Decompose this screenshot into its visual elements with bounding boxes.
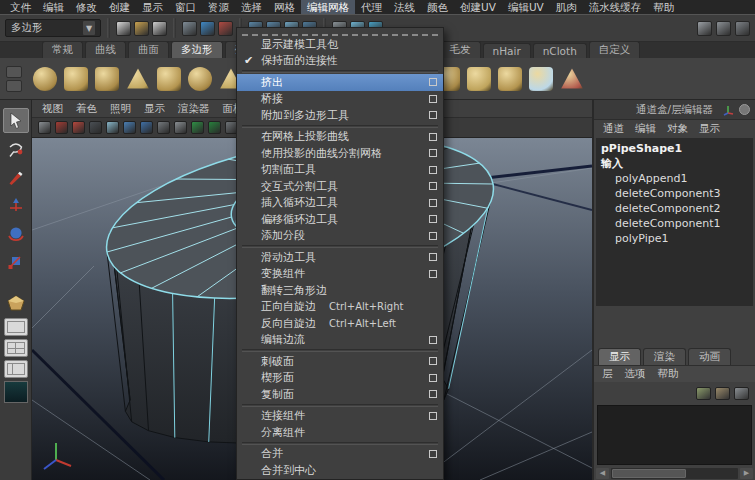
menubar-item-8[interactable]: 网格	[268, 0, 301, 14]
menu-item-17[interactable]: 编辑边流	[237, 332, 443, 349]
option-box-icon[interactable]	[429, 111, 437, 119]
rotate-tool[interactable]	[3, 220, 29, 245]
menu-item-14[interactable]: 翻转三角形边	[237, 282, 443, 299]
option-box-icon[interactable]	[429, 182, 437, 190]
image-plane-icon[interactable]	[106, 121, 119, 134]
save-scene-icon[interactable]	[152, 21, 167, 36]
select-object-icon[interactable]	[200, 21, 215, 36]
last-tool-used[interactable]	[3, 290, 29, 315]
lock-camera-icon[interactable]	[55, 121, 68, 134]
channel-node-row-1[interactable]: 输入	[601, 156, 748, 171]
camera-attributes-icon[interactable]	[72, 121, 85, 134]
option-box-icon[interactable]	[429, 336, 437, 344]
menu-item-5[interactable]: 在网格上投影曲线	[237, 129, 443, 146]
menu-item-21[interactable]: 连接组件	[237, 408, 443, 425]
scale-tool[interactable]	[3, 248, 29, 273]
construction-history-icon[interactable]	[716, 21, 731, 36]
speed-toggle-icon[interactable]	[738, 103, 751, 116]
textured-mode-icon[interactable]	[191, 121, 204, 134]
viewport-menu-3[interactable]: 显示	[144, 102, 165, 116]
menu-item-2[interactable]: 挤出	[237, 74, 443, 91]
menu-item-24[interactable]: 合并到中心	[237, 462, 443, 479]
bookmark-icon[interactable]	[89, 121, 102, 134]
shelf-tab-3[interactable]: 多边形	[171, 41, 223, 58]
poly-torus-icon[interactable]	[188, 67, 212, 91]
option-box-icon[interactable]	[429, 374, 437, 382]
new-layer-from-selected-icon[interactable]	[715, 387, 730, 400]
menubar-item-11[interactable]: 法线	[388, 0, 421, 14]
combine-icon[interactable]	[498, 67, 522, 91]
layer-list-area[interactable]	[597, 405, 752, 465]
menubar-item-13[interactable]: 创建UV	[454, 0, 502, 14]
persp-thumbnail[interactable]	[4, 381, 28, 403]
option-box-icon[interactable]	[429, 78, 437, 86]
layer-move-icon[interactable]	[734, 387, 749, 400]
scroll-thumb[interactable]	[612, 469, 686, 478]
menu-item-1[interactable]: ✔保持面的连接性	[237, 53, 443, 70]
menu-set-dropdown[interactable]: 多边形 ▼	[5, 19, 101, 37]
poly-plane-icon[interactable]	[157, 67, 181, 91]
menu-item-10[interactable]: 偏移循环边工具	[237, 211, 443, 228]
select-tool[interactable]	[3, 108, 29, 133]
select-camera-icon[interactable]	[38, 121, 51, 134]
option-box-icon[interactable]	[429, 390, 437, 398]
channel-box-menu-3[interactable]: 显示	[699, 122, 720, 136]
paint-select-tool[interactable]	[3, 164, 29, 189]
menu-item-19[interactable]: 楔形面	[237, 370, 443, 387]
option-box-icon[interactable]	[429, 232, 437, 240]
channel-box-menu-2[interactable]: 对象	[667, 122, 688, 136]
channel-box-menu-0[interactable]: 通道	[603, 122, 624, 136]
channel-node-row-6[interactable]: polyPipe1	[601, 231, 748, 246]
show-manip-icon[interactable]	[722, 103, 735, 116]
option-box-icon[interactable]	[429, 199, 437, 207]
menubar-item-17[interactable]: 帮助	[647, 0, 680, 14]
menu-item-11[interactable]: 添加分段	[237, 228, 443, 245]
select-hierarchy-icon[interactable]	[182, 21, 197, 36]
shelf-switch-top-icon[interactable]	[6, 66, 22, 78]
menu-item-7[interactable]: 切割面工具	[237, 162, 443, 179]
shaded-mode-icon[interactable]	[174, 121, 187, 134]
shelf-tab-9[interactable]: 毛发	[440, 41, 481, 58]
viewport-menu-4[interactable]: 渲染器	[178, 102, 210, 116]
menubar-item-16[interactable]: 流水线缓存	[583, 0, 648, 14]
layer-editor-tab-0[interactable]: 显示	[598, 348, 641, 365]
channel-node-row-3[interactable]: deleteComponent3	[601, 186, 748, 201]
option-box-icon[interactable]	[429, 357, 437, 365]
select-component-icon[interactable]	[218, 21, 233, 36]
menubar-item-9[interactable]: 编辑网格	[301, 0, 355, 14]
shelf-tab-10[interactable]: nHair	[483, 43, 531, 58]
shelf-switch-bottom-icon[interactable]	[6, 80, 22, 92]
menubar-item-15[interactable]: 肌肉	[550, 0, 583, 14]
menu-item-3[interactable]: 桥接	[237, 91, 443, 108]
scroll-right-arrow[interactable]: ▶	[740, 468, 753, 479]
channel-node-row-5[interactable]: deleteComponent1	[601, 216, 748, 231]
move-tool[interactable]	[3, 192, 29, 217]
wireframe-icon[interactable]	[157, 121, 170, 134]
option-box-icon[interactable]	[429, 149, 437, 157]
grease-pencil-icon[interactable]	[140, 121, 153, 134]
persp-outliner-layout-button[interactable]	[4, 360, 28, 378]
viewport-menu-2[interactable]: 照明	[110, 102, 131, 116]
menubar-item-5[interactable]: 窗口	[169, 0, 202, 14]
poly-cone-icon[interactable]	[126, 67, 150, 91]
scroll-track[interactable]	[611, 468, 738, 479]
shelf-switcher[interactable]	[6, 66, 22, 92]
viewport-menu-0[interactable]: 视图	[42, 102, 63, 116]
two-d-pan-zoom-icon[interactable]	[123, 121, 136, 134]
shelf-tab-2[interactable]: 曲面	[128, 41, 169, 58]
channel-node-row-2[interactable]: polyAppend1	[601, 171, 748, 186]
single-pane-layout-button[interactable]	[4, 318, 28, 336]
scroll-left-arrow[interactable]: ◀	[596, 468, 609, 479]
menu-item-16[interactable]: 反向自旋边Ctrl+Alt+Left	[237, 315, 443, 332]
shelf-tab-0[interactable]: 常规	[42, 41, 83, 58]
layer-editor-menu-0[interactable]: 层	[602, 367, 613, 381]
menu-item-22[interactable]: 分离组件	[237, 424, 443, 441]
menubar-item-14[interactable]: 编辑UV	[502, 0, 550, 14]
menu-item-4[interactable]: 附加到多边形工具	[237, 107, 443, 124]
menubar-item-10[interactable]: 代理	[355, 0, 388, 14]
menu-item-12[interactable]: 滑动边工具	[237, 249, 443, 266]
lasso-tool[interactable]	[3, 136, 29, 161]
poly-cylinder-icon[interactable]	[95, 67, 119, 91]
menu-item-15[interactable]: 正向自旋边Ctrl+Alt+Right	[237, 299, 443, 316]
channel-node-row-0[interactable]: pPipeShape1	[601, 141, 748, 156]
